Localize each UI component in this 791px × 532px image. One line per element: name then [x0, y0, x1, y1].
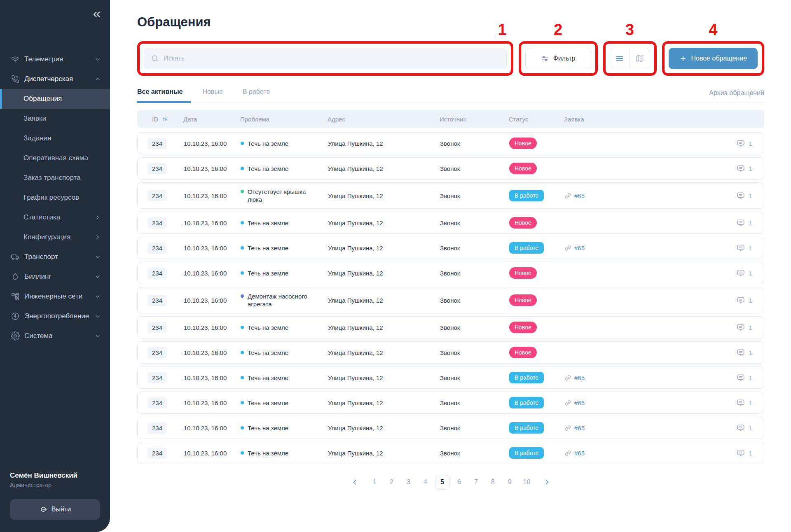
- table-row[interactable]: 23410.10.23, 16:00Течь на землеУлица Пуш…: [137, 132, 764, 154]
- request-date: 10.10.23, 16:00: [184, 399, 241, 406]
- comments-cell[interactable]: 1: [724, 373, 764, 382]
- sidebar-item[interactable]: Энергопотребление: [0, 306, 110, 326]
- pagination-page[interactable]: 3: [401, 475, 416, 490]
- comment-icon: [736, 348, 745, 357]
- pagination-page[interactable]: 2: [384, 475, 399, 490]
- comments-cell[interactable]: 1: [724, 398, 764, 407]
- status-badge: В работе: [509, 242, 544, 254]
- logout-button[interactable]: Выйти: [10, 499, 100, 520]
- sidebar-item[interactable]: Статистика: [0, 208, 110, 227]
- table-row[interactable]: 23410.10.23, 16:00Демонтаж насосного агр…: [137, 287, 764, 313]
- sidebar-item[interactable]: График ресурсов: [0, 188, 110, 208]
- sidebar-item[interactable]: Биллинг: [0, 267, 110, 287]
- table-row[interactable]: 23410.10.23, 16:00Течь на землеУлица Пуш…: [137, 262, 764, 284]
- comment-icon: [736, 423, 745, 432]
- sidebar-item[interactable]: Оперативная схема: [0, 148, 110, 168]
- annotation-number-2: 2: [554, 21, 562, 39]
- table-row[interactable]: 23410.10.23, 16:00Течь на землеУлица Пуш…: [137, 442, 764, 464]
- linked-request-link[interactable]: #65: [564, 192, 724, 199]
- search-box[interactable]: [144, 48, 507, 69]
- sidebar-item[interactable]: Обращения: [0, 89, 110, 109]
- comments-cell[interactable]: 1: [724, 164, 764, 173]
- linked-request-link[interactable]: #65: [564, 425, 724, 432]
- linked-request-link[interactable]: #65: [564, 245, 724, 252]
- request-id: 234: [147, 190, 167, 201]
- comments-cell[interactable]: 1: [724, 323, 764, 332]
- sidebar-item[interactable]: Система: [0, 326, 110, 346]
- comments-cell[interactable]: 1: [724, 139, 764, 148]
- pagination-page[interactable]: 9: [503, 475, 517, 490]
- problem-label: Течь на земле: [248, 244, 288, 252]
- sidebar-item[interactable]: Инженерные сети: [0, 287, 110, 306]
- map-view-button[interactable]: [630, 48, 650, 69]
- sidebar-item[interactable]: Задания: [0, 128, 110, 148]
- linked-request-link[interactable]: #65: [564, 374, 724, 381]
- linked-request-label: #65: [574, 399, 585, 406]
- sidebar-item[interactable]: Транспорт: [0, 247, 110, 267]
- linked-request-link[interactable]: #65: [564, 399, 724, 406]
- collapse-sidebar-button[interactable]: [91, 9, 102, 20]
- problem-cell: Течь на земле: [241, 140, 328, 147]
- request-date: 10.10.23, 16:00: [184, 349, 241, 356]
- pagination-prev-button[interactable]: [351, 478, 359, 486]
- table-row[interactable]: 23410.10.23, 16:00Течь на землеУлица Пуш…: [137, 417, 764, 439]
- problem-cell: Течь на земле: [241, 324, 328, 331]
- pagination-page[interactable]: 1: [367, 475, 382, 490]
- tab[interactable]: В работе: [243, 88, 278, 103]
- sidebar-item[interactable]: Конфигурация: [0, 227, 110, 247]
- link-icon: [564, 245, 571, 252]
- column-header: Проблема: [240, 116, 328, 123]
- pagination-page[interactable]: 8: [486, 475, 501, 490]
- pagination-page[interactable]: 10: [520, 475, 534, 490]
- sidebar-item[interactable]: Заявки: [0, 109, 110, 128]
- table-row[interactable]: 23410.10.23, 16:00Течь на землеУлица Пуш…: [137, 341, 764, 364]
- request-id: 234: [147, 163, 167, 174]
- user-panel: Семён Вишневский Администратор Выйти: [0, 471, 110, 532]
- request-id: 234: [147, 322, 167, 333]
- sidebar-item[interactable]: Телеметрия: [0, 49, 110, 69]
- sidebar-item[interactable]: Диспетчерская: [0, 69, 110, 89]
- comment-icon: [736, 243, 745, 252]
- table-row[interactable]: 23410.10.23, 16:00Отсутствует крышка люк…: [137, 182, 764, 209]
- tab[interactable]: Все активные: [137, 88, 191, 103]
- network-icon: [11, 292, 21, 301]
- status-badge: Новое: [509, 138, 537, 149]
- problem-dot: [241, 221, 244, 224]
- table-row[interactable]: 23410.10.23, 16:00Течь на землеУлица Пуш…: [137, 237, 764, 259]
- comments-cell[interactable]: 1: [724, 348, 764, 357]
- pagination-page[interactable]: 7: [469, 475, 484, 490]
- status-cell: В работе: [509, 422, 564, 434]
- comments-cell[interactable]: 1: [724, 218, 764, 227]
- pagination-page[interactable]: 6: [452, 475, 467, 490]
- column-header-label: ID: [152, 116, 158, 123]
- table-row[interactable]: 23410.10.23, 16:00Течь на землеУлица Пуш…: [137, 392, 764, 414]
- comment-icon: [736, 139, 745, 148]
- list-view-button[interactable]: [610, 48, 630, 69]
- comments-cell[interactable]: 1: [724, 243, 764, 252]
- column-header[interactable]: ID: [137, 116, 183, 123]
- linked-request-link[interactable]: #65: [564, 450, 724, 457]
- new-request-button[interactable]: Новое обращение: [669, 48, 758, 69]
- table-row[interactable]: 23410.10.23, 16:00Течь на землеУлица Пуш…: [137, 212, 764, 234]
- gear-icon: [11, 331, 21, 341]
- comments-cell[interactable]: 1: [724, 448, 764, 457]
- archive-link[interactable]: Архив обращений: [709, 89, 764, 103]
- status-cell: Новое: [509, 267, 564, 279]
- search-input[interactable]: [164, 55, 500, 62]
- problem-label: Течь на земле: [248, 140, 288, 147]
- pagination-next-button[interactable]: [543, 478, 551, 486]
- table-row[interactable]: 23410.10.23, 16:00Течь на землеУлица Пуш…: [137, 366, 764, 389]
- comments-cell[interactable]: 1: [724, 191, 764, 200]
- comments-cell[interactable]: 1: [724, 296, 764, 305]
- filter-button[interactable]: Фильтр: [525, 48, 591, 69]
- comments-cell[interactable]: 1: [724, 268, 764, 278]
- table-row[interactable]: 23410.10.23, 16:00Течь на землеУлица Пуш…: [137, 157, 764, 180]
- problem-cell: Течь на земле: [241, 269, 328, 277]
- sidebar-item[interactable]: Заказ транспорта: [0, 168, 110, 188]
- pagination-page[interactable]: 4: [418, 475, 433, 490]
- table-row[interactable]: 23410.10.23, 16:00Течь на землеУлица Пуш…: [137, 316, 764, 338]
- active-indicator: [0, 89, 2, 109]
- comments-cell[interactable]: 1: [724, 423, 764, 432]
- pagination-page[interactable]: 5: [435, 475, 450, 490]
- tab[interactable]: Новые: [202, 88, 231, 103]
